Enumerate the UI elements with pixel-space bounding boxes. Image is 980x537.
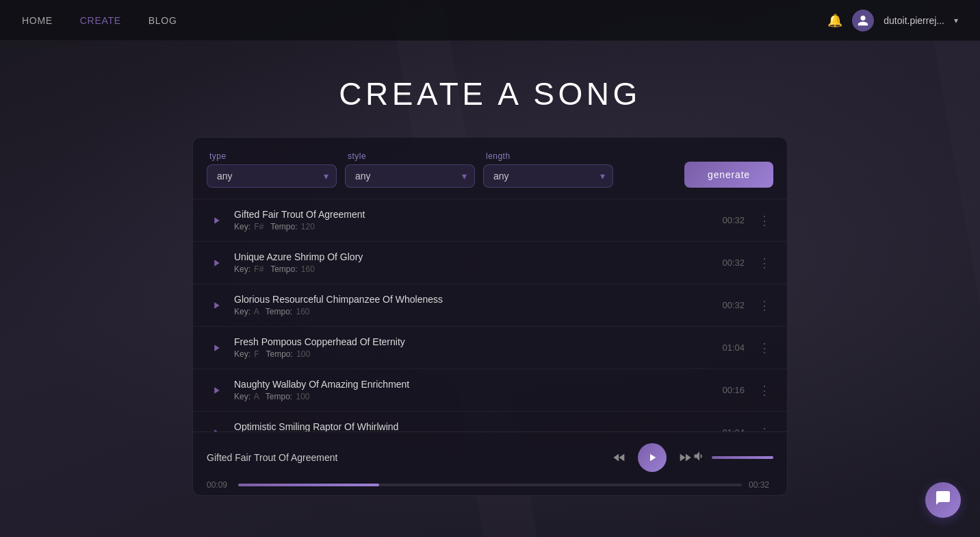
- song-info: Optimistic Smiling Raptor Of Whirlwind K…: [234, 421, 722, 432]
- nav-create[interactable]: CREATE: [80, 15, 121, 26]
- song-more-button[interactable]: ⋮: [756, 425, 773, 432]
- song-info: Unique Azure Shrimp Of Glory Key: F# Tem…: [234, 251, 722, 274]
- now-playing-title: Gifted Fair Trout Of Agreement: [207, 452, 612, 463]
- song-name: Fresh Pompous Copperhead Of Eternity: [234, 336, 722, 347]
- list-item[interactable]: Glorious Resourceful Chimpanzee Of Whole…: [193, 284, 787, 326]
- style-label: style: [345, 151, 475, 161]
- player-buttons: [612, 443, 693, 472]
- song-name: Optimistic Smiling Raptor Of Whirlwind: [234, 421, 722, 432]
- nav-blog[interactable]: BLOG: [149, 15, 177, 26]
- navbar: HOME CREATE BLOG 🔔 dutoit.pierrej... ▾: [0, 0, 980, 41]
- song-play-button[interactable]: [207, 253, 226, 273]
- song-more-button[interactable]: ⋮: [756, 298, 773, 313]
- username-label: dutoit.pierrej...: [884, 15, 944, 26]
- song-duration: 00:32: [722, 258, 745, 268]
- song-duration: 00:32: [722, 215, 745, 225]
- song-meta: Key: F# Tempo: 120: [234, 222, 722, 232]
- current-time: 00:09: [207, 480, 231, 490]
- volume-icon[interactable]: [693, 449, 706, 466]
- song-info: Gifted Fair Trout Of Agreement Key: F# T…: [234, 209, 722, 232]
- type-filter-group: type any instrumental vocal ▾: [207, 151, 337, 188]
- play-pause-button[interactable]: [638, 443, 667, 472]
- nav-home[interactable]: HOME: [22, 15, 53, 26]
- song-name: Unique Azure Shrimp Of Glory: [234, 251, 722, 262]
- song-more-button[interactable]: ⋮: [756, 213, 773, 228]
- page-title: CREATE A SONG: [339, 75, 641, 112]
- length-label: length: [483, 151, 613, 161]
- length-filter-group: length any short medium long ▾: [483, 151, 613, 188]
- chat-widget[interactable]: [925, 482, 961, 518]
- total-time: 00:32: [749, 480, 773, 490]
- song-meta: Key: F Tempo: 100: [234, 349, 722, 359]
- song-name: Glorious Resourceful Chimpanzee Of Whole…: [234, 294, 722, 305]
- song-more-button[interactable]: ⋮: [756, 340, 773, 355]
- song-list: Gifted Fair Trout Of Agreement Key: F# T…: [193, 199, 787, 432]
- fast-forward-button[interactable]: [678, 450, 693, 465]
- chat-icon: [935, 490, 951, 510]
- type-select[interactable]: any instrumental vocal: [207, 164, 337, 188]
- song-duration: 01:04: [722, 427, 745, 432]
- list-item[interactable]: Optimistic Smiling Raptor Of Whirlwind K…: [193, 411, 787, 432]
- song-info: Fresh Pompous Copperhead Of Eternity Key…: [234, 336, 722, 359]
- song-duration: 01:04: [722, 342, 745, 353]
- song-play-button[interactable]: [207, 381, 226, 400]
- list-item[interactable]: Fresh Pompous Copperhead Of Eternity Key…: [193, 326, 787, 369]
- length-select[interactable]: any short medium long: [483, 164, 613, 188]
- volume-section: [693, 449, 773, 466]
- song-more-button[interactable]: ⋮: [756, 255, 773, 271]
- volume-bar[interactable]: [712, 456, 773, 459]
- song-duration: 00:32: [722, 300, 745, 310]
- song-play-button[interactable]: [207, 423, 226, 432]
- song-play-button[interactable]: [207, 296, 226, 315]
- filters-row: type any instrumental vocal ▾ style any …: [193, 138, 787, 199]
- style-select[interactable]: any rock pop jazz classical: [345, 164, 475, 188]
- generate-button[interactable]: generate: [684, 162, 773, 188]
- song-duration: 00:16: [722, 385, 745, 395]
- song-more-button[interactable]: ⋮: [756, 383, 773, 398]
- list-item[interactable]: Unique Azure Shrimp Of Glory Key: F# Tem…: [193, 241, 787, 284]
- song-meta: Key: A Tempo: 160: [234, 307, 722, 316]
- song-info: Glorious Resourceful Chimpanzee Of Whole…: [234, 294, 722, 316]
- volume-fill: [712, 456, 773, 459]
- style-filter-group: style any rock pop jazz classical ▾: [345, 151, 475, 188]
- progress-track[interactable]: [238, 484, 742, 486]
- progress-section: 00:09 00:32: [207, 480, 773, 490]
- avatar: [852, 10, 874, 32]
- song-play-button[interactable]: [207, 338, 226, 358]
- creator-card: type any instrumental vocal ▾ style any …: [192, 137, 788, 496]
- progress-fill: [238, 484, 379, 486]
- song-play-button[interactable]: [207, 211, 226, 230]
- song-info: Naughty Wallaby Of Amazing Enrichment Ke…: [234, 379, 722, 401]
- song-meta: Key: F# Tempo: 160: [234, 264, 722, 274]
- song-name: Naughty Wallaby Of Amazing Enrichment: [234, 379, 722, 390]
- list-item[interactable]: Gifted Fair Trout Of Agreement Key: F# T…: [193, 199, 787, 241]
- chevron-down-icon[interactable]: ▾: [954, 16, 958, 25]
- main-content: CREATE A SONG type any instrumental voca…: [0, 41, 980, 496]
- notification-bell-icon[interactable]: 🔔: [827, 13, 842, 28]
- type-label: type: [207, 151, 337, 161]
- song-meta: Key: A Tempo: 100: [234, 392, 722, 401]
- list-item[interactable]: Naughty Wallaby Of Amazing Enrichment Ke…: [193, 369, 787, 411]
- song-name: Gifted Fair Trout Of Agreement: [234, 209, 722, 220]
- rewind-button[interactable]: [612, 450, 627, 465]
- player-bar: Gifted Fair Trout Of Agreement: [193, 432, 787, 495]
